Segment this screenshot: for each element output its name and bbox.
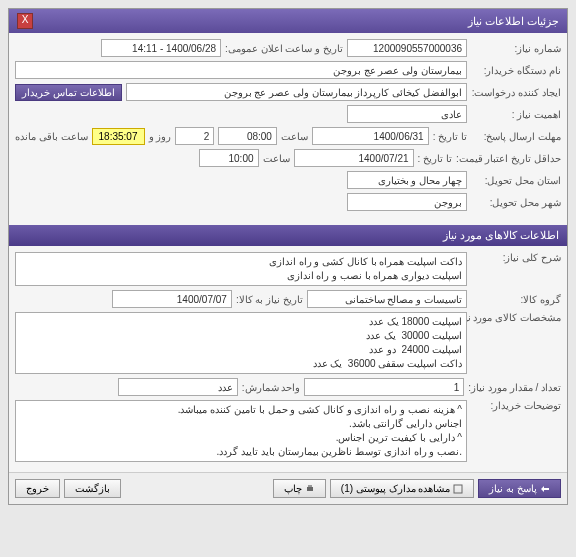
attachments-button[interactable]: مشاهده مدارک پیوستی (1) — [330, 479, 475, 498]
days-remaining-value: 2 — [175, 127, 214, 145]
spec-label: مشخصات کالای مورد نیاز: — [471, 312, 561, 323]
contact-buyer-button[interactable]: اطلاعات تماس خریدار — [15, 84, 122, 101]
button-bar: پاسخ به نیاز مشاهده مدارک پیوستی (1) چاپ… — [9, 472, 567, 504]
svg-rect-0 — [454, 485, 462, 493]
desc-value — [15, 252, 467, 286]
spec-value — [15, 312, 467, 374]
need-info-section: شماره نیاز: 1200090557000036 تاریخ و ساع… — [9, 33, 567, 221]
need-type-value: عادی — [347, 105, 467, 123]
days-suffix: روز و — [149, 131, 172, 142]
back-button-label: بازگشت — [75, 483, 110, 494]
buyer-org-label: نام دستگاه خریدار: — [471, 65, 561, 76]
desc-label: شرح کلی نیاز: — [471, 252, 561, 263]
exit-button[interactable]: خروج — [15, 479, 60, 498]
need-number-value: 1200090557000036 — [347, 39, 467, 57]
price-validity-label: حداقل تاریخ اعتبار قیمت: — [456, 153, 561, 164]
print-button-label: چاپ — [284, 483, 302, 494]
qty-value: 1 — [304, 378, 464, 396]
close-button[interactable]: X — [17, 13, 33, 29]
requester-value: ابوالفضل کیخائی کارپرداز بیمارستان ولی ع… — [126, 83, 467, 101]
time-label-2: ساعت — [263, 153, 290, 164]
group-value: تاسیسات و مصالح ساختمانی — [307, 290, 467, 308]
attachments-button-label: مشاهده مدارک پیوستی (1) — [341, 483, 451, 494]
svg-rect-1 — [307, 487, 313, 491]
to-date-label-2: تا تاریخ : — [418, 153, 452, 164]
goods-section: شرح کلی نیاز: گروه کالا: تاسیسات و مصالح… — [9, 246, 567, 472]
exit-button-label: خروج — [26, 483, 49, 494]
time-label-1: ساعت — [281, 131, 308, 142]
province-label: استان محل تحویل: — [471, 175, 561, 186]
qty-label: تعداد / مقدار مورد نیاز: — [468, 382, 561, 393]
svg-rect-2 — [308, 485, 312, 487]
deadline-label: مهلت ارسال پاسخ: — [471, 131, 561, 142]
buyer-org-value: بیمارستان ولی عصر عج بروجن — [15, 61, 467, 79]
public-announce-label: تاریخ و ساعت اعلان عمومی: — [225, 43, 343, 54]
goods-section-header: اطلاعات کالاهای مورد نیاز — [9, 225, 567, 246]
price-validity-date-value: 1400/07/21 — [294, 149, 414, 167]
unit-label: واحد شمارش: — [242, 382, 301, 393]
hours-remaining-value: 18:35:07 — [92, 128, 145, 145]
public-announce-value: 1400/06/28 - 14:11 — [101, 39, 221, 57]
need-by-label: تاریخ نیاز به کالا: — [236, 294, 303, 305]
respond-icon — [540, 484, 550, 494]
window-title: جزئیات اطلاعات نیاز — [468, 15, 559, 28]
title-bar: جزئیات اطلاعات نیاز X — [9, 9, 567, 33]
need-number-label: شماره نیاز: — [471, 43, 561, 54]
print-button[interactable]: چاپ — [273, 479, 326, 498]
back-button[interactable]: بازگشت — [64, 479, 121, 498]
need-details-window: جزئیات اطلاعات نیاز X شماره نیاز: 120009… — [8, 8, 568, 505]
notes-label: توضیحات خریدار: — [471, 400, 561, 411]
group-label: گروه کالا: — [471, 294, 561, 305]
need-type-label: اهمیت نیاز : — [471, 109, 561, 120]
deadline-time-value: 08:00 — [218, 127, 277, 145]
need-by-value: 1400/07/07 — [112, 290, 232, 308]
requester-label: ایجاد کننده درخواست: — [471, 87, 561, 98]
province-value: چهار محال و بختیاری — [347, 171, 467, 189]
notes-value — [15, 400, 467, 462]
to-date-label-1: تا تاریخ : — [433, 131, 467, 142]
attachment-icon — [453, 484, 463, 494]
print-icon — [305, 484, 315, 494]
city-value: بروجن — [347, 193, 467, 211]
deadline-date-value: 1400/06/31 — [312, 127, 429, 145]
unit-value: عدد — [118, 378, 238, 396]
city-label: شهر محل تحویل: — [471, 197, 561, 208]
hours-suffix: ساعت باقی مانده — [15, 131, 88, 142]
respond-button[interactable]: پاسخ به نیاز — [478, 479, 561, 498]
respond-button-label: پاسخ به نیاز — [489, 483, 537, 494]
price-validity-time-value: 10:00 — [199, 149, 259, 167]
